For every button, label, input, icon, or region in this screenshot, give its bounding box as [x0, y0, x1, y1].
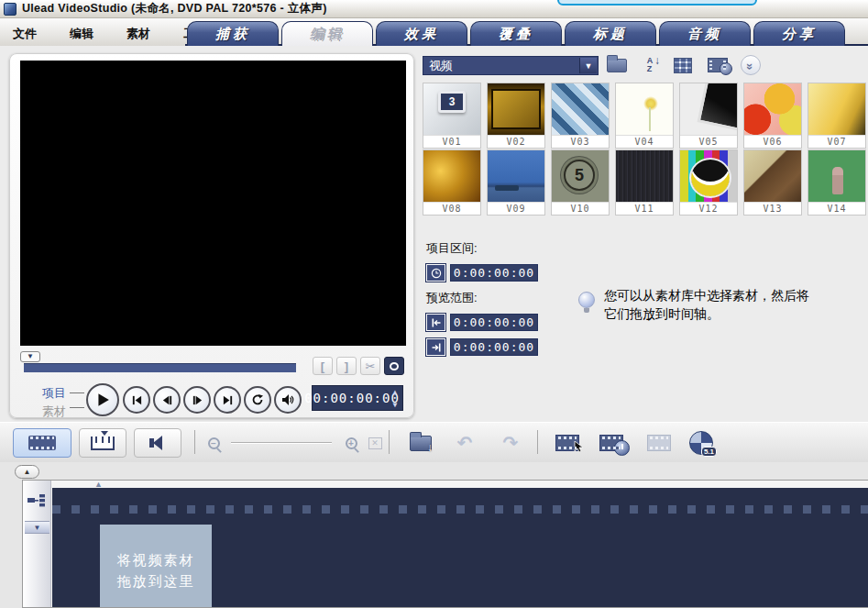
thumbnail-label: V08 [423, 202, 480, 215]
tab-audio[interactable]: 音频 [659, 21, 751, 46]
thumbnail-v09[interactable]: V09 [487, 149, 545, 216]
repeat-button[interactable] [244, 386, 271, 414]
mark-in-time-button[interactable] [426, 314, 445, 331]
thumbnail-image [744, 83, 801, 135]
volume-button[interactable] [274, 386, 302, 414]
end-button[interactable] [214, 386, 241, 414]
fit-project-button[interactable]: ✕ [359, 430, 390, 456]
library-category-dropdown[interactable]: 视频 ▼ [423, 56, 599, 75]
eject-button[interactable]: ▲ [15, 465, 39, 479]
mark-in-icon [431, 317, 442, 328]
mark-out-time-button[interactable] [426, 338, 445, 356]
thumbnail-v03[interactable]: V03 [551, 83, 610, 149]
drop-hint-line2: 拖放到这里 [100, 570, 212, 591]
timeline-view-button[interactable] [79, 428, 126, 458]
thumbnail-v04[interactable]: V04 [615, 83, 674, 149]
undo-button[interactable]: ↶ [449, 430, 480, 456]
sort-arrow-icon: ↓ [654, 57, 660, 65]
menu-file[interactable]: 文件 [7, 24, 42, 44]
tab-share[interactable]: 分享 [753, 21, 845, 46]
thumbnail-v08[interactable]: V08 [423, 149, 481, 216]
tab-title[interactable]: 标题 [565, 21, 656, 46]
preview-timecode[interactable]: 00:00:00:00 ▲ ▼ [312, 385, 403, 411]
chevron-double-down-icon: » [743, 62, 757, 67]
project-duration-button[interactable] [426, 264, 445, 282]
thumbnail-label: V06 [744, 135, 801, 148]
smart-proxy-button[interactable] [643, 430, 675, 456]
timeline-panel: ▼ ▲ 将视频素材 拖放到这里 [22, 480, 868, 608]
thumbnail-label: V12 [680, 202, 737, 215]
dropdown-arrow-icon[interactable]: ▼ [579, 58, 597, 73]
thumbnail-v11[interactable]: V11 [615, 149, 674, 216]
mark-out-field[interactable]: 0:00:00:00 [450, 338, 538, 356]
menu-clip[interactable]: 素材 [121, 24, 156, 44]
tab-capture[interactable]: 捕获 [187, 21, 279, 46]
insert-media-button[interactable] [405, 430, 436, 456]
thumbnail-v01[interactable]: 3 V01 [423, 83, 481, 149]
thumbnail-image [808, 150, 865, 202]
play-icon [95, 392, 110, 407]
thumbnail-label: V05 [680, 135, 737, 148]
video-track[interactable]: ▲ 将视频素材 拖放到这里 [52, 488, 868, 607]
spinner-up-icon[interactable]: ▲ [390, 388, 401, 397]
enlarge-preview-button[interactable] [384, 357, 404, 375]
sort-button[interactable]: AZ ↓ [640, 56, 660, 74]
project-duration-label: 项目区间: [426, 240, 478, 257]
load-media-button[interactable] [605, 54, 629, 76]
mark-in-button[interactable]: [ [313, 357, 333, 375]
thumbnail-v14[interactable]: V14 [808, 149, 866, 216]
thumbnail-v13[interactable]: V13 [743, 149, 802, 216]
menu-edit[interactable]: 编辑 [64, 24, 99, 44]
batch-convert-button[interactable] [552, 430, 583, 456]
timeline-zoom-slider[interactable] [231, 442, 332, 444]
project-duration-field[interactable]: 0:00:00:00 [450, 264, 538, 282]
thumbnail-image [488, 83, 544, 135]
film-reel-icon [708, 58, 728, 72]
window-title: Ulead VideoStudio (未命名, DVD PAL 720*576 … [22, 1, 327, 17]
thumbnail-label: V04 [616, 135, 673, 148]
track-collapse-button[interactable]: ▼ [25, 521, 49, 534]
trim-bar[interactable] [24, 363, 296, 372]
thumbnail-v07[interactable]: V07 [808, 83, 866, 149]
thumbnail-view-button[interactable] [671, 54, 695, 76]
redo-icon: ↷ [503, 432, 519, 454]
zoom-out-button[interactable]: − [198, 430, 229, 456]
preview-panel: ▼ [ ] ✂ 项目 素材 [9, 53, 414, 418]
library-creator-button[interactable] [706, 54, 730, 76]
tab-effect[interactable]: 效果 [376, 21, 467, 46]
scrubber-handle[interactable]: ▼ [20, 351, 40, 362]
timeline-pointer-icon[interactable]: ▲ [94, 480, 103, 489]
video-track-icon[interactable] [27, 493, 46, 511]
library-toolbar: AZ ↓ » [605, 54, 761, 76]
app-window: Ulead VideoStudio (未命名, DVD PAL 720*576 … [0, 0, 868, 608]
countdown-overlay: 5 [564, 160, 595, 191]
repeat-icon [251, 393, 264, 406]
play-button[interactable] [86, 383, 119, 416]
mode-clip-label[interactable]: 素材 [42, 403, 66, 420]
project-playback-button[interactable] [596, 430, 627, 456]
surround-sound-mixer-button[interactable]: 5.1 [686, 430, 717, 456]
tab-overlay[interactable]: 覆叠 [470, 21, 562, 46]
cut-clip-button[interactable]: ✂ [360, 357, 380, 375]
mode-project-label[interactable]: 项目 [42, 385, 66, 402]
thumbnail-v06[interactable]: V06 [743, 83, 802, 149]
next-frame-button[interactable] [183, 386, 211, 414]
storyboard-icon [28, 436, 56, 450]
thumbnail-v05[interactable]: V05 [679, 83, 738, 149]
storyboard-view-button[interactable] [13, 428, 71, 458]
spinner-down-icon[interactable]: ▼ [390, 401, 401, 410]
mark-out-button[interactable]: ] [336, 357, 357, 375]
redo-button[interactable]: ↷ [495, 430, 526, 456]
thumbnail-v12[interactable]: V12 [679, 149, 738, 216]
previous-frame-button[interactable] [153, 386, 181, 414]
expand-options-button[interactable]: » [741, 55, 761, 75]
mark-in-field[interactable]: 0:00:00:00 [450, 314, 538, 331]
thumbnail-image [744, 150, 801, 202]
thumbnail-v02[interactable]: V02 [487, 83, 545, 149]
timeline-section: ▲ ▼ ▲ 将视频素材 拖放到这里 [0, 462, 868, 608]
thumbnail-v10[interactable]: 5 V10 [551, 149, 610, 216]
tab-edit[interactable]: 编辑 [281, 21, 373, 46]
video-drop-zone[interactable]: 将视频素材 拖放到这里 [100, 525, 212, 607]
audio-view-button[interactable] [134, 428, 181, 458]
home-button[interactable] [123, 386, 150, 414]
